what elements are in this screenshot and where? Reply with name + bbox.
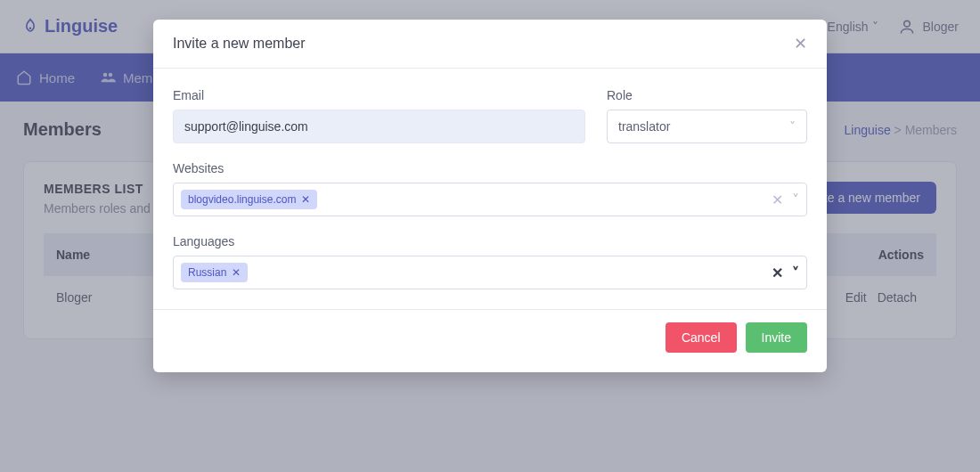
website-tag: blogvideo.linguise.com ✕: [181, 190, 317, 209]
email-input[interactable]: [173, 110, 585, 143]
website-tag-text: blogvideo.linguise.com: [188, 193, 296, 206]
clear-icon[interactable]: ✕: [772, 191, 783, 208]
language-tag: Russian ✕: [181, 263, 248, 282]
modal-head: Invite a new member ✕: [153, 20, 827, 69]
websites-label: Websites: [173, 161, 807, 175]
websites-tagbox[interactable]: blogvideo.linguise.com ✕ ✕ ˅: [173, 183, 807, 216]
role-label: Role: [607, 88, 807, 102]
invite-modal: Invite a new member ✕ Email Role transla…: [153, 20, 827, 372]
chevron-down-icon: ˅: [789, 119, 796, 134]
modal-overlay[interactable]: Invite a new member ✕ Email Role transla…: [0, 0, 980, 472]
modal-title: Invite a new member: [173, 36, 306, 52]
clear-icon[interactable]: ✕: [772, 264, 783, 281]
role-value: translator: [618, 119, 670, 134]
modal-footer: Cancel Invite: [153, 309, 827, 372]
modal-body: Email Role translator ˅ Websites: [153, 69, 827, 309]
remove-tag-icon[interactable]: ✕: [232, 266, 241, 279]
email-label: Email: [173, 88, 585, 102]
role-select[interactable]: translator ˅: [607, 110, 807, 143]
language-tag-text: Russian: [188, 266, 226, 279]
cancel-button[interactable]: Cancel: [666, 322, 737, 353]
languages-label: Languages: [173, 234, 807, 248]
close-icon[interactable]: ✕: [794, 36, 807, 52]
chevron-down-icon[interactable]: ˅: [792, 191, 799, 208]
remove-tag-icon[interactable]: ✕: [301, 193, 310, 206]
languages-tagbox[interactable]: Russian ✕ ✕ ˅: [173, 256, 807, 289]
chevron-down-icon[interactable]: ˅: [792, 264, 799, 281]
invite-button[interactable]: Invite: [746, 322, 807, 353]
